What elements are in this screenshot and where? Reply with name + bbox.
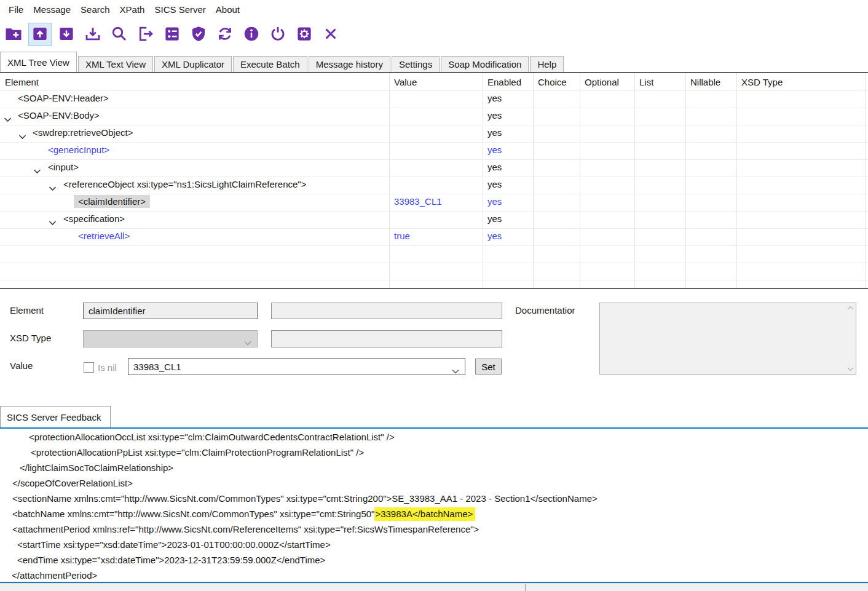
xsd-type-secondary-input[interactable]	[271, 330, 502, 347]
menu-message[interactable]: Message	[28, 2, 76, 17]
tree-row-empty	[0, 263, 868, 280]
export-icon	[136, 25, 155, 45]
tree-row[interactable]: <specification> yes	[0, 211, 868, 229]
enabled-value: yes	[487, 179, 502, 189]
element-label: <retrieveAll>	[78, 231, 130, 241]
enabled-value: yes	[487, 145, 502, 155]
close-button[interactable]	[319, 23, 342, 46]
element-name-text: claimIdentifier	[89, 306, 146, 316]
server-icon	[163, 25, 181, 45]
enabled-value: yes	[487, 231, 502, 241]
value-dropdown[interactable]: 33983_CL1	[128, 358, 465, 375]
tab-soap-modification[interactable]: Soap Modification	[441, 56, 529, 73]
tree-row-empty	[0, 280, 868, 288]
is-nil-checkbox[interactable]	[84, 362, 94, 373]
feedback-text-panel[interactable]: <protectionAllocationOccList xsi:type="c…	[0, 429, 868, 582]
chevron-down-icon[interactable]	[18, 131, 26, 142]
toolbar	[0, 18, 868, 50]
tree-row-selected[interactable]: <claimIdentifier> 33983_CL1 yes	[0, 194, 868, 212]
server-button[interactable]	[160, 23, 184, 46]
documentation-box[interactable]	[599, 303, 856, 375]
tree-row[interactable]: <referenceObject xsi:type="ns1:SicsLight…	[0, 177, 868, 194]
info-icon	[242, 25, 261, 45]
set-button[interactable]: Set	[475, 359, 502, 375]
xsd-type-dropdown[interactable]	[83, 330, 258, 347]
new-folder-button[interactable]	[2, 23, 25, 46]
tab-sics-server-feedback[interactable]: SICS Server Feedback	[0, 406, 111, 427]
tab-execute-batch[interactable]: Execute Batch	[233, 56, 307, 73]
element-field-label: Element	[10, 305, 44, 315]
tree-row[interactable]: <SOAP-ENV:Header> yes	[0, 90, 868, 108]
col-list: List	[639, 73, 653, 90]
tree-row[interactable]: <genericInput> yes	[0, 142, 868, 160]
element-label: <specification>	[63, 213, 125, 224]
col-element: Element	[5, 73, 39, 90]
download-box-button[interactable]	[55, 23, 78, 46]
chevron-down-icon[interactable]	[33, 165, 41, 177]
element-label: <SOAP-ENV:Body>	[18, 110, 100, 121]
chevron-down-icon[interactable]	[49, 217, 57, 228]
upload-button[interactable]	[28, 23, 52, 46]
menu-file[interactable]: File	[4, 2, 28, 17]
menu-about[interactable]: About	[211, 2, 245, 17]
chevron-down-icon	[452, 365, 459, 375]
upload-icon	[31, 25, 49, 45]
documentation-label: Documentatior	[515, 305, 575, 315]
tab-xml-text-view[interactable]: XML Text View	[78, 56, 153, 73]
value-cell: true	[394, 231, 410, 241]
element-secondary-input[interactable]	[271, 303, 502, 319]
settings-button[interactable]	[293, 23, 316, 46]
element-label: <input>	[48, 162, 79, 172]
tab-xml-tree-view[interactable]: XML Tree View	[0, 52, 77, 73]
feedback-line: </attachmentPeriod>	[12, 568, 868, 582]
tab-help[interactable]: Help	[530, 56, 564, 73]
refresh-icon	[216, 25, 234, 45]
menu-sics-server[interactable]: SICS Server	[149, 2, 210, 17]
tree-row[interactable]: <retrieveAll> true yes	[0, 228, 868, 246]
enabled-value: yes	[487, 196, 502, 207]
is-nil-label: Is nil	[98, 362, 117, 373]
scroll-up-icon[interactable]	[847, 306, 854, 311]
tab-xml-duplicator[interactable]: XML Duplicator	[154, 56, 232, 73]
status-bar-divider	[525, 584, 526, 591]
power-icon	[269, 25, 287, 45]
documentation-scrollbar[interactable]	[845, 303, 856, 374]
feedback-line: <sectionName xmlns:cmt="http://www.SicsN…	[12, 491, 868, 506]
element-name-input[interactable]: claimIdentifier	[83, 303, 258, 319]
feedback-line-text: <batchName xmlns:cmt="http://www.SicsNt.…	[12, 509, 374, 519]
value-field-label: Value	[10, 360, 33, 371]
tree-row[interactable]: <swdrep:retrieveObject> yes	[0, 125, 868, 143]
export-button[interactable]	[134, 23, 157, 46]
chevron-down-icon[interactable]	[49, 183, 57, 194]
col-value: Value	[394, 73, 417, 90]
validate-button[interactable]	[187, 23, 210, 46]
search-icon	[110, 25, 128, 45]
save-button[interactable]	[81, 23, 105, 46]
refresh-button[interactable]	[213, 23, 237, 46]
enabled-value: yes	[487, 127, 502, 138]
feedback-line: <attachmentPeriod xmlns:ref="http://www.…	[12, 522, 868, 537]
menu-search[interactable]: Search	[76, 2, 115, 17]
power-button[interactable]	[266, 23, 290, 46]
tab-bar: XML Tree View XML Text View XML Duplicat…	[0, 52, 868, 73]
tree-row[interactable]: <input> yes	[0, 159, 868, 177]
chevron-down-icon	[244, 337, 251, 347]
tree-row[interactable]: <SOAP-ENV:Body> yes	[0, 108, 868, 125]
tab-settings[interactable]: Settings	[392, 56, 440, 73]
save-icon	[84, 25, 102, 45]
scroll-down-icon[interactable]	[847, 367, 854, 371]
tab-message-history[interactable]: Message history	[309, 56, 390, 73]
shield-check-icon	[189, 25, 208, 45]
menu-xpath[interactable]: XPath	[115, 2, 150, 17]
settings-icon	[295, 25, 314, 45]
search-button[interactable]	[108, 23, 131, 46]
info-button[interactable]	[240, 23, 263, 46]
enabled-value: yes	[487, 213, 502, 224]
highlighted-text: >33983A</batchName>	[374, 507, 475, 521]
xml-tree-grid[interactable]: Element Value Enabled Choice Optional Li…	[0, 73, 868, 288]
feedback-line: <endTime xsi:type="xsd:dateTime">2023-12…	[17, 552, 868, 568]
status-bar	[0, 583, 868, 591]
chevron-down-icon[interactable]	[4, 114, 12, 125]
element-label: <genericInput>	[48, 145, 109, 155]
col-choice: Choice	[538, 73, 567, 90]
